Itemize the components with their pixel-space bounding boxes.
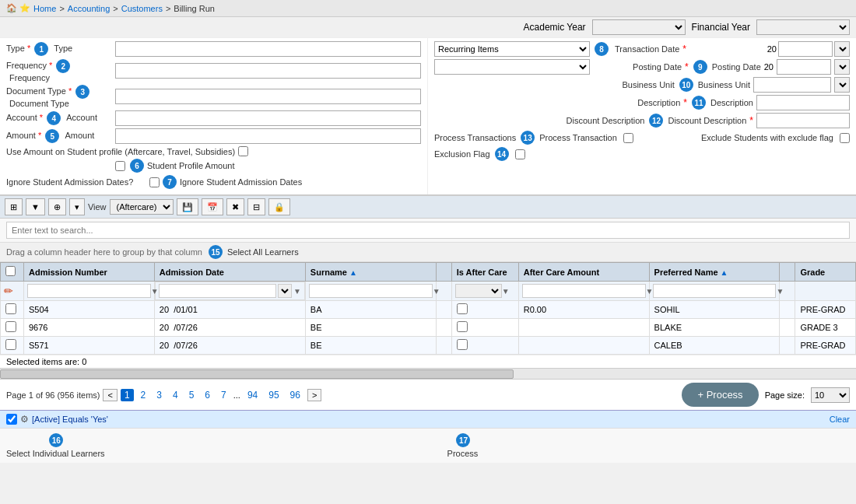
description-input[interactable]	[756, 95, 850, 110]
horizontal-scrollbar[interactable]	[0, 368, 856, 379]
document-type-input[interactable]	[115, 89, 421, 104]
discount-desc-input[interactable]	[756, 113, 850, 128]
discount-desc-row: Discount Description 12 Discount Descrip…	[434, 113, 850, 128]
type-label: Type * 1 Type	[6, 42, 115, 56]
page-7[interactable]: 7	[217, 389, 230, 401]
student-profile-checkbox[interactable]	[115, 161, 125, 171]
row1-grade: PRE-GRAD	[795, 301, 856, 319]
page-5[interactable]: 5	[185, 389, 198, 401]
process-transactions-checkbox[interactable]	[623, 133, 633, 143]
business-unit-input[interactable]	[753, 77, 831, 93]
breadcrumb-customers[interactable]: Customers	[121, 4, 163, 13]
row3-after-care-cb[interactable]	[457, 339, 468, 350]
exclude-students-checkbox[interactable]	[840, 133, 850, 143]
exclusion-flag-checkbox[interactable]	[515, 149, 525, 159]
financial-year-select[interactable]	[756, 19, 850, 35]
frequency-input[interactable]	[115, 63, 421, 79]
col-admission-number: Admission Number	[24, 263, 155, 282]
row2-grade: GRADE 3	[795, 319, 856, 337]
row3-surname: BE	[305, 337, 436, 355]
col-grade: Grade	[795, 263, 856, 282]
bubble-14: 14	[495, 147, 509, 161]
academic-year-select[interactable]	[592, 19, 686, 35]
process-button[interactable]: + Process	[682, 383, 758, 407]
filter-admission-date[interactable]	[159, 284, 276, 298]
use-amount-checkbox[interactable]	[238, 146, 248, 156]
filter-tag-checkbox[interactable]	[6, 414, 17, 425]
bubble-9: 9	[693, 60, 707, 74]
filter-icon-pn[interactable]: ▼	[776, 287, 784, 296]
view-select[interactable]: (Aftercare)	[110, 199, 174, 215]
page-1[interactable]: 1	[121, 389, 134, 401]
annotation-17: 17 Process	[447, 433, 479, 458]
filter-row: ✏ ▼ ▼ ▼ ▼ ▼ ▼	[1, 282, 856, 301]
bubble-7: 7	[163, 175, 177, 189]
clear-filter-link[interactable]: Clear	[830, 415, 850, 424]
row1-after-care-cb[interactable]	[457, 303, 468, 314]
business-unit-sel[interactable]	[834, 77, 850, 93]
page-96[interactable]: 96	[286, 389, 304, 401]
calendar-button[interactable]: 📅	[202, 198, 223, 215]
business-unit-row: Business Unit 10 Business Unit	[434, 77, 850, 93]
account-row: Account * 4 Account	[6, 110, 421, 126]
page-4[interactable]: 4	[169, 389, 182, 401]
next-page-btn[interactable]: >	[307, 389, 321, 401]
posting-date-sel[interactable]	[834, 59, 850, 75]
filter-after-care-sel[interactable]	[455, 284, 502, 298]
recurring-select-row: Posting Date * 9 Posting Date 20 /07/08	[434, 59, 850, 75]
row2-checkbox[interactable]	[5, 321, 16, 332]
prev-page-btn[interactable]: <	[103, 389, 117, 401]
page-2[interactable]: 2	[137, 389, 150, 401]
annotation-16: 16 Select Individual Learners	[6, 433, 105, 458]
filter-button[interactable]: ▼	[26, 198, 45, 215]
row3-checkbox[interactable]	[5, 339, 16, 350]
filter-icon-adm[interactable]: ▼	[151, 287, 159, 296]
ignore-admission-note: Ignore Student Admission Dates	[180, 177, 302, 187]
row2-admission-date: 20 /07/26	[154, 319, 305, 337]
posting-date-input[interactable]: /07/08	[777, 59, 831, 75]
columns-button[interactable]: ⊟	[247, 198, 265, 215]
grid-button[interactable]: ⊞	[5, 198, 23, 215]
row2-after-care-cb[interactable]	[457, 321, 468, 332]
cancel-button[interactable]: ✖	[226, 198, 244, 215]
search-input[interactable]	[6, 222, 850, 239]
col-surname: Surname ▲	[305, 263, 436, 282]
transaction-date-sel[interactable]	[834, 41, 850, 57]
transaction-date-input[interactable]: /07/08	[778, 41, 833, 57]
lock-button[interactable]: 🔒	[268, 198, 290, 215]
row1-checkbox[interactable]	[5, 303, 16, 314]
row2-after-care-amount	[518, 319, 649, 337]
filter-preferred-name[interactable]	[653, 284, 777, 298]
filter-icon-sur[interactable]: ▼	[433, 287, 440, 296]
type-input[interactable]	[115, 41, 421, 57]
breadcrumb-accounting[interactable]: Accounting	[68, 4, 110, 13]
filter-surname[interactable]	[309, 284, 433, 298]
filter-date-sel[interactable]	[278, 284, 292, 298]
bubble-6: 6	[130, 159, 144, 173]
filter-after-care-amount[interactable]	[522, 284, 646, 298]
page-size-select[interactable]: 10	[811, 387, 850, 403]
page-3[interactable]: 3	[153, 389, 166, 401]
row1-preferred-name: SOHIL	[649, 301, 780, 319]
recurring-items-select2[interactable]	[434, 59, 590, 75]
view-label: View	[88, 202, 107, 212]
export-button[interactable]: ⊕	[48, 198, 66, 215]
ignore-admission-checkbox[interactable]	[149, 177, 160, 187]
breadcrumb-home[interactable]: Home	[33, 4, 56, 13]
scroll-thumb[interactable]	[0, 369, 514, 379]
recurring-items-select[interactable]: Recurring Items	[434, 41, 590, 57]
page-6[interactable]: 6	[201, 389, 214, 401]
use-amount-row: Use Amount on Student profile (Aftercare…	[6, 146, 421, 156]
process-transactions-row: Process Transactions 13 Process Transact…	[434, 131, 850, 145]
save-button[interactable]: 💾	[177, 198, 198, 215]
page-95[interactable]: 95	[265, 389, 282, 401]
account-input[interactable]	[115, 110, 421, 126]
amount-input[interactable]	[115, 128, 421, 144]
filter-admission-number[interactable]	[27, 284, 151, 298]
select-all-checkbox[interactable]	[5, 266, 16, 276]
bubble-16: 16	[49, 433, 63, 447]
dropdown-button[interactable]: ▾	[69, 198, 85, 215]
annotation-16-label: Select Individual Learners	[6, 449, 105, 458]
page-94[interactable]: 94	[244, 389, 261, 401]
right-form: Recurring Items 8 Transaction Date * 20 …	[428, 38, 856, 194]
